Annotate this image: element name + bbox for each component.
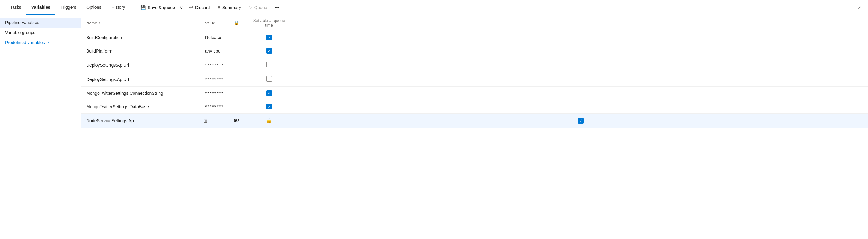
external-link-icon: ↗: [46, 41, 49, 45]
nav-divider: [132, 4, 133, 11]
save-queue-main-button[interactable]: 💾 Save & queue: [138, 3, 178, 12]
lock-header-icon: 🔒: [234, 20, 239, 25]
settable-cell: ✓: [244, 44, 294, 58]
summary-icon: ≡: [217, 5, 220, 10]
variable-name-cell: NodeServiceSettings.Api: [81, 114, 200, 128]
settable-checkbox[interactable]: ✓: [578, 118, 584, 124]
save-queue-dropdown-button[interactable]: ∨: [178, 3, 185, 12]
main-layout: Pipeline variables Variable groups Prede…: [0, 15, 868, 239]
table-row: BuildConfigurationRelease✓: [81, 31, 868, 44]
settable-cell: ✓: [244, 100, 294, 114]
variable-name-cell: DeploySettings.ApiUrl: [81, 72, 200, 87]
queue-icon: ▷: [249, 4, 252, 10]
settable-checkbox-empty[interactable]: [267, 76, 272, 82]
lock-cell: [229, 44, 244, 58]
lock-cell: [229, 87, 244, 100]
table-row: MongoTwitterSettings.ConnectionString***…: [81, 87, 868, 100]
sidebar-item-variable-groups[interactable]: Variable groups: [0, 28, 81, 37]
settable-checkbox[interactable]: ✓: [267, 35, 272, 40]
sidebar-item-pipeline-variables[interactable]: Pipeline variables: [0, 18, 81, 28]
sidebar-item-predefined-variables[interactable]: Predefined variables ↗: [0, 37, 81, 48]
table-row: DeploySettings:ApiUrl********: [81, 58, 868, 72]
variable-value-cell: any cpu: [200, 44, 229, 58]
variable-value-cell: Release: [200, 31, 229, 44]
settable-checkbox-empty[interactable]: [267, 62, 272, 67]
variable-groups-label: Variable groups: [5, 30, 35, 35]
toolbar: 💾 Save & queue ∨ ↩ Discard ≡ Summary ▷ Q…: [138, 2, 282, 12]
lock-cell: [229, 72, 244, 87]
variable-value-cell: ********: [200, 72, 229, 87]
settable-cell: ✓: [244, 87, 294, 100]
col-header-value: Value: [200, 15, 229, 31]
discard-button[interactable]: ↩ Discard: [186, 2, 213, 12]
chevron-down-icon: ∨: [180, 5, 183, 10]
masked-value-text: ********: [205, 104, 224, 109]
col-header-lock: 🔒: [229, 15, 244, 31]
table-row: BuildPlatformany cpu✓: [81, 44, 868, 58]
variable-name-cell: MongoTwitterSettings.DataBase: [81, 100, 200, 114]
settable-cell: [244, 72, 294, 87]
tab-history[interactable]: History: [106, 0, 130, 15]
more-icon: •••: [275, 5, 280, 10]
settable-checkbox[interactable]: ✓: [267, 90, 272, 96]
tab-triggers[interactable]: Triggers: [55, 0, 81, 15]
variable-name-cell: MongoTwitterSettings.ConnectionString: [81, 87, 200, 100]
queue-button[interactable]: ▷ Queue: [245, 2, 271, 12]
lock-cell: [229, 58, 244, 72]
masked-value-text: ********: [205, 63, 224, 67]
predefined-variables-label: Predefined variables: [5, 40, 45, 45]
masked-value-text: ********: [205, 91, 224, 96]
col-header-settable: Settable at queue time: [244, 15, 294, 31]
table-row: NodeServiceSettings.Api🗑🔒✓: [81, 114, 868, 128]
variable-name-text: NodeServiceSettings.Api: [86, 118, 135, 123]
table-row: DeploySettings.ApiUrl********: [81, 72, 868, 87]
content-area: Name ↑ Value 🔒 Settable at queue time Bu…: [81, 15, 868, 239]
tab-tasks[interactable]: Tasks: [5, 0, 26, 15]
variable-name-cell: DeploySettings:ApiUrl: [81, 58, 200, 72]
expand-button[interactable]: ⤢: [855, 2, 863, 12]
variable-value-cell: ********: [200, 87, 229, 100]
table-header-row: Name ↑ Value 🔒 Settable at queue time: [81, 15, 868, 31]
save-queue-button-group: 💾 Save & queue ∨: [138, 3, 185, 12]
top-nav: Tasks Variables Triggers Options History…: [0, 0, 868, 15]
tab-variables[interactable]: Variables: [26, 0, 56, 15]
settable-cell: [244, 58, 294, 72]
settable-checkbox[interactable]: ✓: [267, 48, 272, 54]
settable-cell: ✓: [244, 31, 294, 44]
variable-name-cell: BuildPlatform: [81, 44, 200, 58]
delete-cell: 🗑: [200, 114, 229, 128]
pipeline-variables-label: Pipeline variables: [5, 20, 39, 25]
table-row: MongoTwitterSettings.DataBase********✓: [81, 100, 868, 114]
variable-value-input[interactable]: [234, 117, 239, 124]
lock-cell: [229, 100, 244, 114]
sidebar: Pipeline variables Variable groups Prede…: [0, 15, 81, 239]
save-icon: 💾: [141, 5, 146, 10]
masked-value-text: ********: [205, 77, 224, 82]
tab-options[interactable]: Options: [81, 0, 106, 15]
settable-cell: ✓: [294, 114, 868, 128]
more-button[interactable]: •••: [272, 3, 283, 12]
col-header-name: Name ↑: [81, 15, 200, 31]
save-queue-label: Save & queue: [148, 5, 175, 10]
variables-table: Name ↑ Value 🔒 Settable at queue time Bu…: [81, 15, 868, 128]
queue-label: Queue: [254, 5, 267, 10]
sort-asc-icon[interactable]: ↑: [98, 21, 100, 25]
discard-icon: ↩: [189, 4, 193, 10]
lock-cell: [229, 31, 244, 44]
variable-value-cell: [229, 114, 244, 128]
lock-cell: 🔒: [244, 114, 294, 128]
summary-label: Summary: [222, 5, 241, 10]
lock-icon[interactable]: 🔒: [266, 118, 272, 123]
settable-checkbox[interactable]: ✓: [267, 104, 272, 110]
summary-button[interactable]: ≡ Summary: [214, 3, 244, 12]
discard-label: Discard: [195, 5, 210, 10]
delete-variable-button[interactable]: 🗑: [202, 117, 210, 124]
variable-value-cell: ********: [200, 100, 229, 114]
variable-value-cell: ********: [200, 58, 229, 72]
variable-name-cell: BuildConfiguration: [81, 31, 200, 44]
expand-icon: ⤢: [857, 5, 861, 10]
